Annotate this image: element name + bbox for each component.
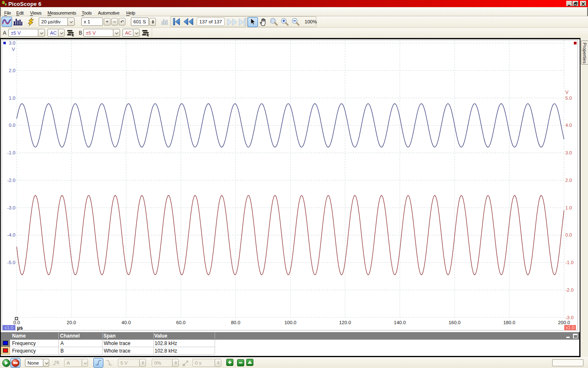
svg-text:µs: µs	[17, 325, 23, 331]
svg-text:140.0: 140.0	[394, 320, 406, 325]
svg-text:60.0: 60.0	[176, 320, 185, 325]
svg-text:-5.0: -5.0	[7, 260, 15, 265]
svg-text:100.0: 100.0	[284, 320, 296, 325]
svg-text:x1.0: x1.0	[566, 325, 575, 330]
svg-text:200.0: 200.0	[558, 320, 570, 325]
svg-text:-1.0: -1.0	[565, 260, 574, 265]
svg-text:V: V	[565, 90, 569, 95]
svg-text:80.0: 80.0	[231, 320, 240, 325]
svg-text:120.0: 120.0	[339, 320, 351, 325]
svg-text:0.0: 0.0	[565, 232, 572, 237]
svg-text:20.0: 20.0	[67, 320, 76, 325]
svg-text:-1.0: -1.0	[7, 150, 15, 155]
svg-text:-2.0: -2.0	[7, 178, 15, 183]
svg-text:40.0: 40.0	[122, 320, 131, 325]
svg-text:2.0: 2.0	[9, 68, 15, 73]
svg-text:2.0: 2.0	[565, 178, 572, 183]
svg-text:-3.0: -3.0	[7, 205, 15, 210]
svg-text:-2.0: -2.0	[565, 287, 574, 292]
svg-text:-4.0: -4.0	[7, 232, 15, 237]
svg-text:4.0: 4.0	[565, 123, 572, 128]
svg-text:180.0: 180.0	[503, 320, 515, 325]
svg-text:160.0: 160.0	[448, 320, 460, 325]
svg-text:x1.0: x1.0	[5, 325, 13, 330]
svg-text:1.0: 1.0	[9, 96, 15, 101]
svg-text:0.0: 0.0	[13, 320, 20, 325]
svg-text:V: V	[12, 47, 15, 52]
svg-text:5.0: 5.0	[565, 96, 572, 101]
svg-text:-3.0: -3.0	[565, 315, 574, 320]
svg-text:0.0: 0.0	[9, 123, 15, 128]
svg-text:3.0: 3.0	[9, 40, 15, 45]
svg-text:3.0: 3.0	[565, 150, 572, 155]
svg-text:1.0: 1.0	[565, 205, 572, 210]
